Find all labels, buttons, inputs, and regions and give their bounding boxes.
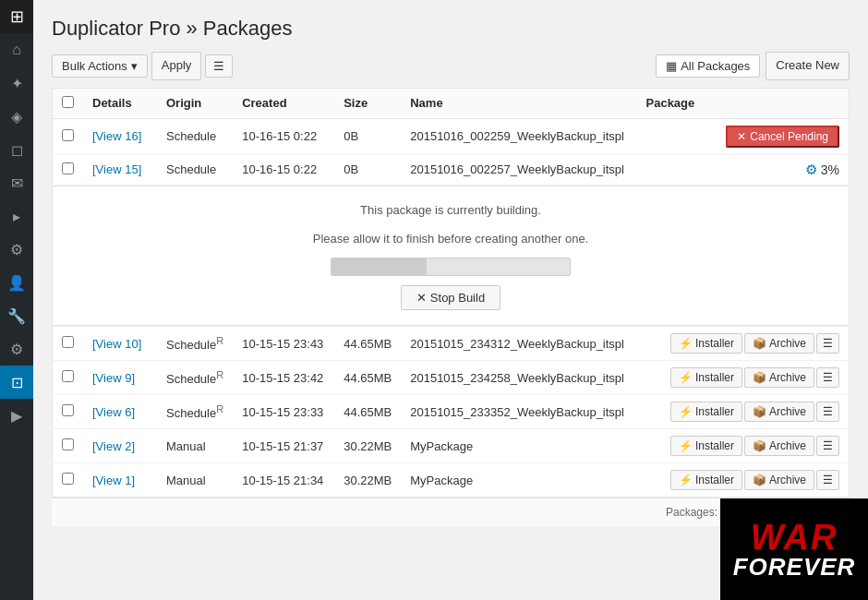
- row-menu-6[interactable]: ☰: [816, 402, 839, 422]
- row-details-15: [View 15]: [83, 154, 157, 185]
- installer-button-10[interactable]: ⚡ Installer: [670, 333, 742, 354]
- installer-label: Installer: [695, 371, 734, 384]
- row-name-10: 20151015_234312_WeeklyBackup_itspl: [401, 327, 636, 361]
- sidebar-item-users[interactable]: 👤: [0, 266, 33, 299]
- row-menu-2[interactable]: ☰: [816, 436, 839, 456]
- archive-button-6[interactable]: 📦 Archive: [744, 402, 814, 422]
- all-packages-button[interactable]: ▦ All Packages: [656, 54, 760, 78]
- row-select-1[interactable]: [62, 473, 74, 485]
- cancel-pending-label: Cancel Pending: [750, 130, 828, 143]
- row-select-9[interactable]: [62, 370, 74, 382]
- archive-button-10[interactable]: 📦 Archive: [744, 333, 814, 354]
- view-link-10[interactable]: [View 10]: [92, 337, 141, 351]
- progress-bar: [331, 258, 571, 276]
- progress-percent-15: 3%: [821, 162, 839, 177]
- building-message-1: This package is currently building.: [67, 201, 834, 221]
- toolbar-right: ▦ All Packages Create New: [656, 52, 850, 80]
- th-package: Package: [637, 88, 850, 118]
- create-new-button[interactable]: Create New: [766, 52, 850, 80]
- sidebar-item-comments[interactable]: ✉: [0, 166, 33, 199]
- th-created: Created: [233, 88, 334, 118]
- table-row: [View 16] Schedule 10-16-15 0:22 0B 2015…: [53, 118, 850, 154]
- sidebar-item-tools[interactable]: 🔧: [0, 299, 33, 332]
- row-origin-10: ScheduleR: [157, 327, 233, 361]
- archive-icon: 📦: [753, 474, 766, 486]
- row-menu-9[interactable]: ☰: [816, 367, 839, 388]
- wp-logo: ⊞: [0, 0, 33, 33]
- installer-button-6[interactable]: ⚡ Installer: [670, 402, 742, 422]
- th-checkbox: [53, 88, 84, 118]
- view-link-6[interactable]: [View 6]: [92, 405, 135, 419]
- sidebar-item-media[interactable]: ◈: [0, 100, 33, 133]
- th-name: Name: [401, 88, 636, 118]
- sidebar-item-dashboard[interactable]: ⌂: [0, 33, 33, 66]
- row-select-2[interactable]: [62, 438, 74, 450]
- archive-icon: 📦: [753, 405, 766, 418]
- archive-label: Archive: [769, 474, 806, 486]
- row-checkbox-1: [53, 463, 84, 498]
- row-checkbox-9: [53, 361, 84, 395]
- row-select-16[interactable]: [62, 129, 74, 141]
- sidebar-item-settings[interactable]: ⚙: [0, 332, 33, 366]
- row-origin-15: Schedule: [157, 154, 233, 185]
- cancel-pending-button-16[interactable]: ✕ Cancel Pending: [726, 126, 839, 148]
- watermark: WAR FOREVER: [720, 498, 868, 600]
- row-checkbox-15: [53, 154, 84, 185]
- archive-button-1[interactable]: 📦 Archive: [744, 470, 814, 490]
- gear-icon: ⚙: [805, 162, 817, 178]
- packages-table: Details Origin Created Size Name Package…: [52, 88, 850, 498]
- bulk-actions-dropdown[interactable]: Bulk Actions ▾: [52, 54, 148, 78]
- row-menu-10[interactable]: ☰: [816, 333, 839, 354]
- view-link-9[interactable]: [View 9]: [92, 371, 135, 385]
- all-packages-label: All Packages: [681, 59, 750, 73]
- x-icon-stop: ✕: [416, 291, 427, 305]
- sidebar-item-duplicator[interactable]: ⊡: [0, 366, 33, 399]
- row-details-6: [View 6]: [83, 395, 157, 429]
- row-select-10[interactable]: [62, 336, 74, 348]
- view-link-2[interactable]: [View 2]: [92, 439, 135, 453]
- row-size-6: 44.65MB: [334, 395, 401, 429]
- apply-button[interactable]: Apply: [151, 52, 202, 80]
- row-package-2: ⚡ Installer 📦 Archive ☰: [637, 429, 850, 463]
- sidebar-item-posts[interactable]: ✦: [0, 66, 33, 100]
- view-link-16[interactable]: [View 16]: [92, 129, 141, 143]
- bolt-icon: ⚡: [679, 337, 693, 350]
- archive-icon: 📦: [753, 439, 766, 452]
- row-origin-1: Manual: [157, 463, 233, 498]
- row-checkbox-16: [53, 118, 84, 154]
- row-menu-1[interactable]: ☰: [816, 470, 839, 490]
- stop-build-button[interactable]: ✕ Stop Build: [401, 285, 500, 310]
- sidebar-item-appearance[interactable]: ▸: [0, 199, 33, 233]
- dropdown-arrow-icon: ▾: [131, 59, 138, 73]
- row-checkbox-2: [53, 429, 84, 463]
- row-created-9: 10-15-15 23:42: [233, 361, 334, 395]
- row-size-2: 30.22MB: [334, 429, 401, 463]
- row-size-16: 0B: [334, 118, 401, 154]
- table-row: [View 2] Manual 10-15-15 21:37 30.22MB M…: [53, 429, 850, 463]
- installer-button-1[interactable]: ⚡ Installer: [670, 470, 742, 490]
- installer-label: Installer: [695, 405, 734, 418]
- th-origin: Origin: [157, 88, 233, 118]
- installer-button-9[interactable]: ⚡ Installer: [670, 367, 742, 388]
- archive-button-9[interactable]: 📦 Archive: [744, 367, 814, 388]
- sidebar-item-pages[interactable]: ◻: [0, 133, 33, 166]
- archive-button-2[interactable]: 📦 Archive: [744, 436, 814, 456]
- row-select-15[interactable]: [62, 162, 74, 174]
- list-view-icon[interactable]: ☰: [205, 54, 233, 78]
- row-details-2: [View 2]: [83, 429, 157, 463]
- view-link-1[interactable]: [View 1]: [92, 474, 135, 487]
- row-select-6[interactable]: [62, 404, 74, 416]
- row-origin-2: Manual: [157, 429, 233, 463]
- row-package-15: ⚙ 3%: [637, 154, 850, 185]
- x-icon: ✕: [737, 130, 746, 143]
- sidebar-item-plugins[interactable]: ⚙: [0, 233, 33, 266]
- installer-button-2[interactable]: ⚡ Installer: [670, 436, 742, 456]
- row-package-1: ⚡ Installer 📦 Archive ☰: [637, 463, 850, 498]
- sidebar-item-media2[interactable]: ▶: [0, 399, 33, 432]
- select-all-checkbox[interactable]: [62, 96, 74, 108]
- toolbar: Bulk Actions ▾ Apply ☰ ▦ All Packages Cr…: [52, 52, 850, 80]
- row-name-2: MyPackage: [401, 429, 636, 463]
- building-notice-cell: This package is currently building. Plea…: [53, 185, 850, 327]
- building-notice-row: This package is currently building. Plea…: [53, 185, 850, 327]
- view-link-15[interactable]: [View 15]: [92, 162, 141, 176]
